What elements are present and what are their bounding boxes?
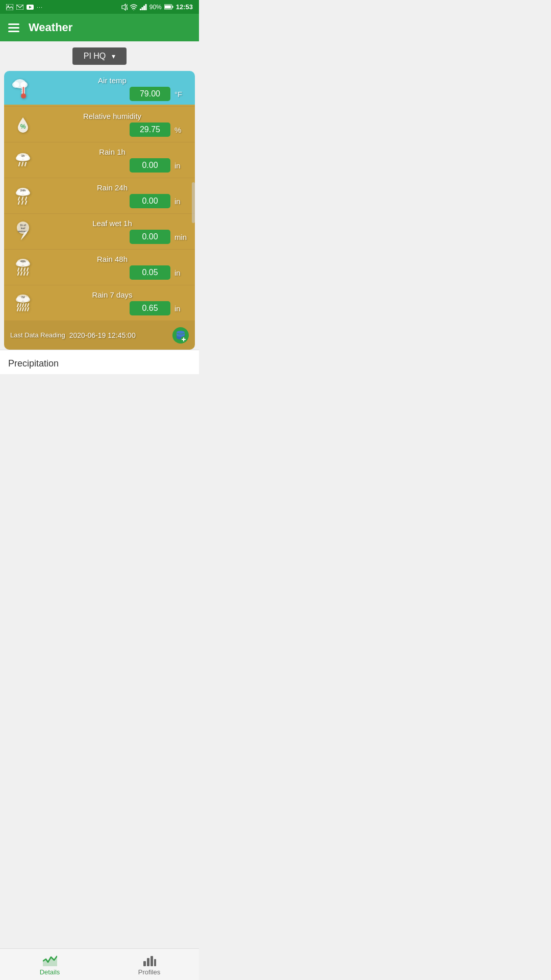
svg-line-39 <box>22 197 23 200</box>
leaf-wet-icon: 1h of leaf wetness <box>10 220 36 243</box>
rain-1h-label: Rain 1h <box>36 148 189 156</box>
humidity-value: 29.75 <box>130 122 170 137</box>
svg-rect-13 <box>145 4 146 10</box>
humidity-icon: % <box>10 113 36 136</box>
air-temp-label: Air temp <box>36 76 189 85</box>
svg-line-69 <box>28 304 29 307</box>
svg-line-32 <box>22 162 23 166</box>
svg-rect-10 <box>140 9 141 10</box>
svg-line-53 <box>18 268 19 271</box>
air-temp-row: Air temp 79.00 °F <box>4 71 195 107</box>
svg-rect-22 <box>23 87 24 95</box>
svg-point-18 <box>12 82 19 88</box>
svg-line-33 <box>25 162 26 166</box>
status-left-icons: ··· <box>6 4 43 10</box>
precipitation-section: Precipitation <box>0 350 199 374</box>
rain-48h-value-line: 0.05 in <box>36 265 189 280</box>
svg-rect-0 <box>6 4 13 10</box>
humidity-value-line: 29.75 % <box>36 122 189 137</box>
location-dropdown[interactable]: PI HQ ▾ <box>72 47 127 65</box>
svg-line-70 <box>17 308 18 311</box>
air-temp-value-line: 79.00 °F <box>36 87 189 101</box>
svg-text:24h: 24h <box>20 189 26 192</box>
svg-line-71 <box>20 308 21 311</box>
svg-line-31 <box>19 162 20 166</box>
last-data-row: Last Data Reading 2020-06-19 12:45:00 <box>4 321 195 350</box>
svg-line-58 <box>21 272 22 275</box>
chevron-down-icon: ▾ <box>112 52 115 60</box>
rain-24h-value: 0.00 <box>130 194 170 208</box>
rain-1h-value-line: 0.00 in <box>36 158 189 173</box>
humidity-label: Relative humidity <box>36 112 189 120</box>
rain-24h-content: Rain 24h 0.00 in <box>36 183 189 208</box>
svg-rect-12 <box>143 6 145 10</box>
air-temp-content: Air temp 79.00 °F <box>36 76 189 101</box>
app-header: Weather <box>0 14 199 41</box>
svg-text:%: % <box>20 123 26 130</box>
rain-7d-label: Rain 7 days <box>36 290 189 299</box>
weather-card: Air temp 79.00 °F % Relative humidity 29… <box>4 71 195 350</box>
rain-7d-icon: 7d <box>10 292 36 314</box>
last-data-value: 2020-06-19 12:45:00 <box>69 331 168 339</box>
rain-24h-unit: in <box>174 197 189 206</box>
humidity-unit: % <box>174 126 189 134</box>
rain-48h-label: Rain 48h <box>36 255 189 263</box>
svg-point-75 <box>177 331 185 334</box>
rain-48h-unit: in <box>174 268 189 277</box>
svg-rect-15 <box>165 6 171 9</box>
humidity-content: Relative humidity 29.75 % <box>36 112 189 137</box>
svg-line-66 <box>20 304 21 307</box>
svg-marker-5 <box>122 4 126 10</box>
leaf-wet-row: 1h of leaf wetness Leaf wet 1h 0.00 min <box>4 214 195 250</box>
svg-line-67 <box>22 304 23 307</box>
svg-point-9 <box>133 10 134 10</box>
leaf-wet-value-line: 0.00 min <box>36 230 189 244</box>
svg-line-56 <box>27 268 28 271</box>
svg-line-41 <box>18 201 19 204</box>
air-temp-unit: °F <box>174 90 189 99</box>
leaf-wet-unit: min <box>174 233 189 241</box>
rain-7d-unit: in <box>174 304 189 313</box>
location-name: PI HQ <box>84 52 106 61</box>
svg-text:7d: 7d <box>21 296 24 299</box>
add-data-button[interactable] <box>172 327 189 344</box>
air-temp-value: 79.00 <box>130 87 170 101</box>
rain-7d-content: Rain 7 days 0.65 in <box>36 290 189 315</box>
last-data-label: Last Data Reading <box>10 331 65 340</box>
svg-line-43 <box>26 201 27 204</box>
thermometer-icon <box>10 78 36 100</box>
email-icon <box>16 5 23 10</box>
svg-text:48h: 48h <box>20 260 26 263</box>
svg-line-55 <box>24 268 25 271</box>
rain-7d-value: 0.65 <box>130 301 170 315</box>
wifi-icon <box>130 4 137 10</box>
more-dots-icon: ··· <box>37 4 43 10</box>
svg-rect-16 <box>172 6 173 8</box>
rain-48h-value: 0.05 <box>130 265 170 280</box>
svg-line-38 <box>18 197 19 200</box>
svg-line-73 <box>25 308 26 311</box>
youtube-icon <box>27 5 34 10</box>
battery-icon <box>164 4 173 10</box>
svg-line-42 <box>22 201 23 204</box>
scrollbar-indicator[interactable] <box>192 182 195 223</box>
humidity-row: % Relative humidity 29.75 % <box>4 107 195 142</box>
svg-line-6 <box>127 5 128 6</box>
battery-percent: 90% <box>149 4 162 11</box>
svg-rect-11 <box>141 7 143 10</box>
svg-text:1h: 1h <box>21 154 24 157</box>
time-display: 12:53 <box>176 3 193 11</box>
app-title: Weather <box>29 21 72 34</box>
rain-48h-content: Rain 48h 0.05 in <box>36 255 189 280</box>
menu-button[interactable] <box>8 23 19 32</box>
svg-line-65 <box>17 304 18 307</box>
rain-48h-row: 48h Rain 48h 0.05 in <box>4 250 195 285</box>
mute-icon <box>121 4 128 11</box>
signal-icon <box>140 4 147 10</box>
leaf-wet-label: Leaf wet 1h <box>36 219 189 228</box>
svg-line-74 <box>28 308 29 311</box>
svg-line-60 <box>27 272 28 275</box>
rain-24h-row: 24h Rain 24h 0.00 in <box>4 178 195 214</box>
rain-1h-content: Rain 1h 0.00 in <box>36 148 189 173</box>
svg-line-68 <box>25 304 26 307</box>
